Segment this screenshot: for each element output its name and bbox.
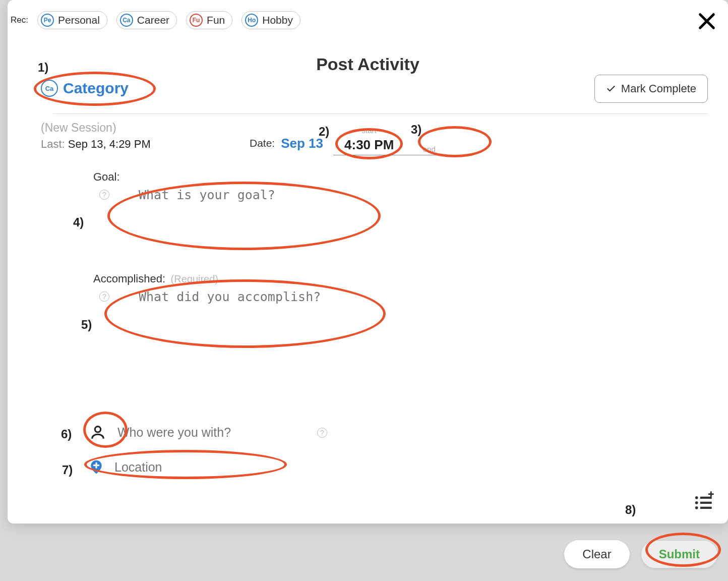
- rec-chip-fun[interactable]: Fu Fun: [186, 11, 232, 29]
- date-label: Date:: [250, 131, 275, 155]
- date-time-group: Date: Sep 13 start 4:30 PM end: [250, 131, 453, 155]
- category-badge-icon: Ca: [41, 80, 58, 97]
- svg-point-2: [695, 501, 698, 504]
- last-session-label: Last:: [41, 138, 65, 150]
- recommendation-bar: Rec: Pe Personal Ca Career Fu Fun Ho Hob…: [11, 11, 300, 29]
- modal-title: Post Activity: [8, 54, 728, 74]
- rec-chip-career[interactable]: Ca Career: [116, 11, 177, 29]
- career-badge-icon: Ca: [120, 14, 133, 27]
- help-icon[interactable]: ?: [99, 190, 109, 200]
- session-info: (New Session) Last: Sep 13, 4:29 PM: [41, 121, 151, 151]
- svg-point-1: [695, 496, 698, 499]
- accomplished-input[interactable]: [139, 289, 441, 350]
- rec-chip-label: Personal: [58, 14, 100, 26]
- svg-rect-4: [700, 497, 712, 499]
- annotation-marker-4: 4): [73, 215, 84, 229]
- clear-button[interactable]: Clear: [564, 540, 629, 568]
- location-pin-plus-icon: [88, 458, 104, 476]
- svg-point-0: [95, 427, 100, 432]
- annotation-marker-7: 7): [62, 463, 73, 477]
- end-time-label: end: [423, 145, 436, 153]
- category-label: Category: [63, 80, 129, 97]
- who-input[interactable]: [117, 425, 289, 440]
- last-session-value: Sep 13, 4:29 PM: [68, 138, 151, 150]
- start-time-label: start: [362, 126, 377, 135]
- annotation-marker-1: 1): [38, 61, 48, 75]
- checkmark-icon: [606, 84, 616, 94]
- location-input[interactable]: [114, 460, 266, 475]
- mark-complete-button[interactable]: Mark Complete: [594, 75, 708, 103]
- accomplished-label: Accomplished:: [93, 272, 165, 285]
- date-picker[interactable]: Sep 13: [281, 131, 323, 155]
- svg-point-3: [695, 506, 698, 509]
- start-time-input[interactable]: start 4:30 PM: [333, 137, 405, 155]
- rec-chip-label: Career: [137, 14, 169, 26]
- annotation-marker-5: 5): [81, 318, 92, 332]
- add-list-button[interactable]: [694, 491, 714, 511]
- goal-field: Goal: ?: [93, 170, 441, 250]
- hobby-badge-icon: Ho: [245, 14, 258, 27]
- list-plus-icon: [694, 491, 714, 511]
- rec-chip-label: Fun: [207, 14, 225, 26]
- rec-chip-label: Hobby: [262, 14, 293, 26]
- bottom-action-bar: Clear Submit: [8, 537, 728, 572]
- person-icon: [89, 424, 106, 441]
- divider: [53, 113, 708, 114]
- submit-button[interactable]: Submit: [641, 540, 718, 568]
- close-button[interactable]: [695, 9, 719, 33]
- goal-label: Goal:: [93, 170, 441, 184]
- category-selector[interactable]: Ca Category: [41, 80, 129, 97]
- annotation-marker-8: 8): [625, 503, 636, 517]
- who-row: [87, 422, 289, 443]
- end-time-input[interactable]: end: [405, 144, 453, 155]
- help-icon[interactable]: ?: [99, 292, 109, 302]
- required-label: (Required): [171, 273, 218, 284]
- fun-badge-icon: Fu: [190, 14, 203, 27]
- svg-rect-6: [700, 507, 712, 509]
- post-activity-modal: Rec: Pe Personal Ca Career Fu Fun Ho Hob…: [8, 0, 728, 524]
- goal-input[interactable]: [139, 188, 441, 248]
- annotation-marker-6: 6): [61, 427, 72, 441]
- location-row: [87, 458, 266, 476]
- new-session-label: (New Session): [41, 121, 151, 135]
- mark-complete-label: Mark Complete: [621, 82, 696, 95]
- start-time-value: 4:30 PM: [344, 137, 394, 152]
- add-person-button[interactable]: [87, 422, 108, 443]
- close-icon: [697, 11, 717, 31]
- rec-label: Rec:: [11, 15, 28, 25]
- add-location-button[interactable]: [87, 458, 105, 476]
- svg-rect-5: [700, 502, 712, 504]
- rec-chip-hobby[interactable]: Ho Hobby: [241, 11, 300, 29]
- accomplished-field: Accomplished: (Required) ?: [93, 272, 441, 352]
- help-icon[interactable]: ?: [317, 428, 327, 438]
- personal-badge-icon: Pe: [41, 14, 54, 27]
- rec-chip-personal[interactable]: Pe Personal: [37, 11, 107, 29]
